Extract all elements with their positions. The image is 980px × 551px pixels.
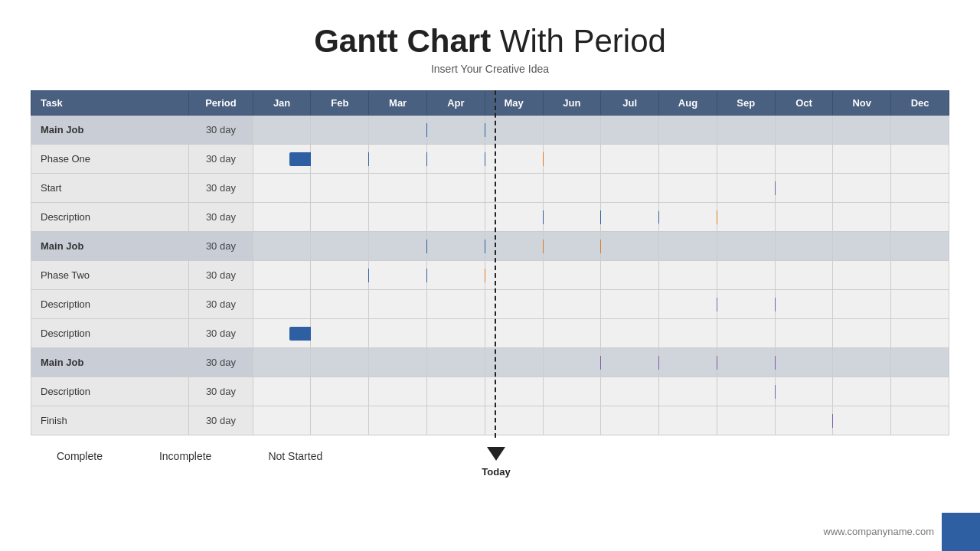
cell-month xyxy=(775,319,833,348)
header-row: Task Period Jan Feb Mar Apr May Jun Jul … xyxy=(31,91,949,116)
legend-label-incomplete: Incomplete xyxy=(159,450,211,462)
legend-box-incomplete xyxy=(133,449,153,463)
cell-month xyxy=(659,377,717,406)
cell-month xyxy=(485,116,543,145)
cell-month xyxy=(601,377,659,406)
cell-month xyxy=(833,319,891,348)
cell-month xyxy=(543,319,601,348)
cell-period: 30 day xyxy=(189,232,253,261)
legend-label-complete: Complete xyxy=(57,450,103,462)
cell-month xyxy=(369,348,427,377)
cell-period: 30 day xyxy=(189,319,253,348)
cell-month xyxy=(775,232,833,261)
legend-label-not-started: Not Started xyxy=(268,450,322,462)
table-row: Phase One30 day xyxy=(31,145,949,174)
cell-month xyxy=(311,377,369,406)
table-row: Description30 day xyxy=(31,290,949,319)
cell-month xyxy=(543,290,601,319)
cell-month xyxy=(311,406,369,435)
cell-month xyxy=(833,116,891,145)
cell-month xyxy=(833,232,891,261)
cell-month xyxy=(253,232,311,261)
cell-month xyxy=(253,348,311,377)
cell-month xyxy=(775,348,833,377)
cell-month xyxy=(891,116,949,145)
table-row: Main Job30 day xyxy=(31,232,949,261)
cell-month xyxy=(659,174,717,203)
cell-task-name: Start xyxy=(31,174,189,203)
cell-period: 30 day xyxy=(189,174,253,203)
cell-month xyxy=(543,203,601,232)
cell-month xyxy=(601,232,659,261)
cell-month xyxy=(311,145,369,174)
cell-month xyxy=(601,174,659,203)
title-section: Gantt Chart With Period Insert Your Crea… xyxy=(0,0,980,83)
cell-month xyxy=(427,261,485,290)
cell-month xyxy=(717,406,775,435)
legend-not-started: Not Started xyxy=(242,449,322,463)
cell-month xyxy=(833,174,891,203)
cell-task-name: Phase One xyxy=(31,145,189,174)
col-jun: Jun xyxy=(543,91,601,116)
legend-incomplete: Incomplete xyxy=(133,449,211,463)
cell-month xyxy=(253,319,311,348)
title-bold: Gantt Chart xyxy=(314,23,491,59)
cell-month xyxy=(427,145,485,174)
cell-period: 30 day xyxy=(189,145,253,174)
cell-month xyxy=(891,348,949,377)
cell-month xyxy=(717,232,775,261)
cell-month xyxy=(775,203,833,232)
cell-month xyxy=(717,116,775,145)
cell-month xyxy=(253,116,311,145)
cell-month xyxy=(601,319,659,348)
cell-task-name: Description xyxy=(31,203,189,232)
cell-month xyxy=(253,145,311,174)
cell-month xyxy=(601,116,659,145)
cell-month xyxy=(427,232,485,261)
cell-month xyxy=(253,290,311,319)
cell-month xyxy=(543,174,601,203)
cell-month xyxy=(311,174,369,203)
cell-month xyxy=(369,319,427,348)
cell-month xyxy=(485,232,543,261)
cell-month xyxy=(427,116,485,145)
cell-month xyxy=(427,290,485,319)
legend-complete: Complete xyxy=(31,449,103,463)
chart-container: Task Period Jan Feb Mar Apr May Jun Jul … xyxy=(31,90,949,435)
col-dec: Dec xyxy=(891,91,949,116)
col-may: May xyxy=(485,91,543,116)
cell-task-name: Finish xyxy=(31,406,189,435)
table-row: Phase Two30 day xyxy=(31,261,949,290)
col-aug: Aug xyxy=(659,91,717,116)
cell-month xyxy=(543,261,601,290)
cell-month xyxy=(601,145,659,174)
cell-month xyxy=(833,203,891,232)
subtitle: Insert Your Creative Idea xyxy=(0,63,980,75)
col-task: Task xyxy=(31,91,189,116)
cell-month xyxy=(427,348,485,377)
cell-month xyxy=(427,174,485,203)
col-mar: Mar xyxy=(369,91,427,116)
cell-month xyxy=(485,406,543,435)
cell-month xyxy=(717,290,775,319)
cell-month xyxy=(485,319,543,348)
cell-month xyxy=(485,290,543,319)
col-nov: Nov xyxy=(833,91,891,116)
cell-month xyxy=(369,203,427,232)
cell-month xyxy=(833,348,891,377)
cell-month xyxy=(833,290,891,319)
cell-month xyxy=(253,261,311,290)
cell-month xyxy=(717,348,775,377)
cell-month xyxy=(311,290,369,319)
cell-month xyxy=(369,232,427,261)
cell-month xyxy=(485,145,543,174)
table-row: Finish30 day xyxy=(31,406,949,435)
cell-task-name: Main Job xyxy=(31,116,189,145)
cell-month xyxy=(833,261,891,290)
cell-period: 30 day xyxy=(189,406,253,435)
col-apr: Apr xyxy=(427,91,485,116)
title-rest: With Period xyxy=(491,23,666,59)
cell-month xyxy=(717,377,775,406)
legend: Complete Incomplete Not Started xyxy=(31,449,980,463)
cell-month xyxy=(833,145,891,174)
